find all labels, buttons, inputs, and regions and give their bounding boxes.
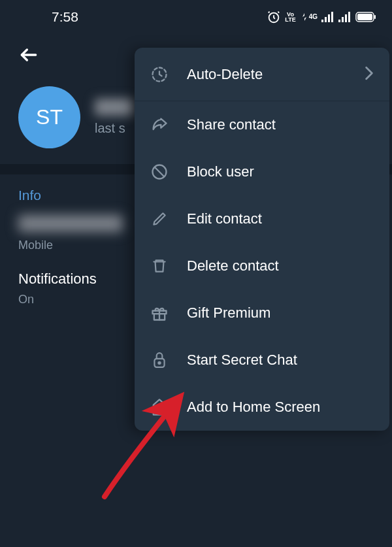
svg-rect-3 (328, 14, 330, 22)
menu-label: Delete contact (187, 257, 374, 274)
alarm-icon (267, 10, 281, 24)
menu-item-add-home[interactable]: Add to Home Screen (135, 384, 389, 431)
chevron-right-icon (365, 66, 374, 83)
menu-label: Share contact (187, 116, 374, 133)
status-bar: 7:58 VoLTE 4G (0, 0, 392, 31)
svg-line-14 (155, 167, 164, 176)
menu-label: Auto-Delete (187, 66, 346, 83)
pencil-icon (150, 210, 169, 228)
lock-icon (150, 351, 169, 369)
menu-label: Gift Premium (187, 305, 374, 322)
svg-rect-2 (325, 17, 327, 22)
status-icons-group: VoLTE 4G (267, 10, 376, 24)
svg-point-18 (158, 362, 160, 364)
menu-item-gift-premium[interactable]: Gift Premium (135, 290, 389, 337)
svg-rect-11 (374, 15, 376, 19)
svg-rect-6 (342, 17, 344, 22)
svg-rect-7 (345, 14, 347, 22)
menu-item-autodelete[interactable]: Auto-Delete (135, 48, 389, 101)
svg-rect-8 (348, 12, 350, 22)
signal-1-icon (321, 12, 335, 22)
volte-icon: VoLTE (285, 12, 295, 22)
menu-item-edit-contact[interactable]: Edit contact (135, 195, 389, 242)
timer-icon (150, 65, 169, 84)
back-arrow-icon[interactable] (18, 44, 39, 68)
menu-item-block-user[interactable]: Block user (135, 148, 389, 195)
gift-icon (150, 304, 169, 322)
trash-icon (150, 257, 169, 275)
menu-label: Start Secret Chat (187, 352, 374, 369)
network-4g-icon: 4G (301, 13, 318, 21)
status-time: 7:58 (52, 9, 78, 25)
svg-rect-1 (321, 20, 323, 22)
menu-item-share-contact[interactable]: Share contact (135, 101, 389, 148)
avatar-initials: ST (36, 105, 63, 129)
signal-2-icon (338, 12, 351, 22)
avatar[interactable]: ST (18, 86, 80, 148)
svg-rect-5 (338, 20, 340, 22)
share-icon (150, 116, 169, 134)
options-dropdown: Auto-Delete Share contact Block user Edi… (135, 48, 389, 431)
block-icon (150, 163, 169, 181)
menu-item-delete-contact[interactable]: Delete contact (135, 242, 389, 290)
phone-number-redacted[interactable] (18, 215, 123, 232)
menu-item-secret-chat[interactable]: Start Secret Chat (135, 337, 389, 384)
menu-label: Add to Home Screen (187, 399, 374, 416)
contact-name-redacted (95, 99, 134, 116)
battery-icon (355, 12, 376, 22)
last-seen-label: last s (95, 121, 134, 136)
profile-text: last s (95, 99, 134, 136)
svg-rect-10 (357, 14, 372, 20)
svg-rect-4 (331, 12, 333, 22)
home-add-icon (150, 398, 169, 416)
menu-label: Block user (187, 163, 374, 180)
menu-label: Edit contact (187, 210, 374, 227)
